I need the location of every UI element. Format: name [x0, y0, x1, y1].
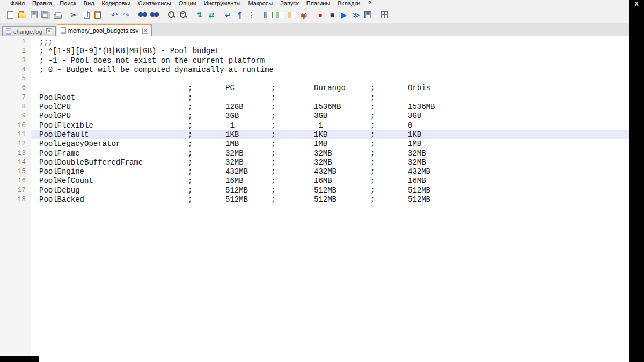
- tab-close-icon[interactable]: ×: [46, 28, 52, 34]
- line-number[interactable]: 8: [0, 102, 31, 112]
- line-number[interactable]: 5: [0, 75, 31, 84]
- value-pc: 432MB: [225, 167, 248, 176]
- menu-item-4[interactable]: Вид: [80, 0, 98, 7]
- word-wrap-icon[interactable]: ↵: [222, 9, 234, 21]
- line-number[interactable]: 10: [0, 121, 31, 130]
- editor-line-15[interactable]: PoolEngine;432MB;432MB;432MB: [39, 167, 629, 176]
- code-area[interactable]: ;;;; ^[1-9][0-9]*(B|KB|MB|GB) - Pool bud…: [39, 38, 629, 362]
- menu-item-7[interactable]: Опции: [175, 0, 200, 7]
- line-number[interactable]: 18: [0, 195, 31, 204]
- line-number[interactable]: 11: [0, 130, 31, 139]
- function-list-icon[interactable]: [274, 9, 286, 21]
- editor-line-7[interactable]: PoolRoot;;;: [39, 93, 629, 102]
- menu-item-8[interactable]: Инструменты: [200, 0, 245, 7]
- editor-line-12[interactable]: PoolLegacyOperator;1MB;1MB;1MB: [39, 139, 629, 149]
- save-all-icon[interactable]: [40, 9, 52, 21]
- menu-item-2[interactable]: Правка: [28, 0, 56, 7]
- zoom-in-glyph: +: [167, 11, 175, 19]
- window-close-button[interactable]: X: [629, 0, 644, 7]
- tab-label: change.log: [13, 28, 42, 35]
- field-separator: ;: [188, 158, 192, 167]
- editor[interactable]: 123456789101112131415161718 ;;;; ^[1-9][…: [0, 36, 629, 362]
- editor-line-8[interactable]: PoolCPU;12GB;1536MB;1536MB: [39, 102, 629, 112]
- editor-line-17[interactable]: PoolDebug;512MB;512MB;512MB: [39, 186, 629, 195]
- doc-map-icon[interactable]: [262, 9, 274, 21]
- save-file-icon[interactable]: [28, 9, 40, 21]
- tab-2[interactable]: memory_pool_budgets.csv×: [57, 24, 152, 36]
- line-number[interactable]: 6: [0, 84, 31, 93]
- macro-run-multiple-icon[interactable]: ≫: [350, 9, 362, 21]
- editor-line-14[interactable]: PoolDoubleBufferedFrame;32MB;32MB;32MB: [39, 158, 629, 167]
- tab-label: memory_pool_budgets.csv: [68, 27, 138, 34]
- macro-save-icon[interactable]: [362, 9, 374, 21]
- line-number[interactable]: 13: [0, 149, 31, 158]
- find-icon[interactable]: [137, 9, 149, 21]
- editor-line-5[interactable]: [39, 75, 629, 84]
- show-indent-guide-icon[interactable]: ⋮: [246, 9, 258, 21]
- folder-as-workspace-icon[interactable]: [286, 9, 298, 21]
- field-separator: ;: [370, 195, 375, 204]
- show-all-characters-icon[interactable]: ¶: [234, 9, 246, 21]
- value-orbis: 3GB: [408, 112, 421, 121]
- zoom-in-icon[interactable]: +: [165, 9, 177, 21]
- sync-vertical-icon[interactable]: ⇅: [194, 9, 206, 21]
- line-number[interactable]: 12: [0, 139, 31, 149]
- menu-item-6[interactable]: Синтаксисы: [135, 0, 175, 7]
- copy-icon[interactable]: [80, 9, 92, 21]
- editor-line-16[interactable]: PoolRefCount;16MB;16MB;16MB: [39, 176, 629, 186]
- menu-item-11[interactable]: Плагины: [303, 0, 334, 7]
- line-number[interactable]: 9: [0, 112, 31, 121]
- field-separator: ;: [370, 167, 375, 176]
- menu-item-13[interactable]: ?: [364, 0, 375, 7]
- screen-edge-right: X: [629, 0, 644, 362]
- tab-1[interactable]: change.log×: [2, 26, 56, 36]
- editor-line-18[interactable]: PoolBacked;512MB;512MB;512MB: [39, 195, 629, 204]
- menu-item-10[interactable]: Запуск: [276, 0, 302, 7]
- tab-close-icon[interactable]: ×: [142, 28, 148, 34]
- editor-line-10[interactable]: PoolFlexible;-1;-1;0: [39, 121, 629, 130]
- menu-item-12[interactable]: Вкладки: [334, 0, 364, 7]
- sync-horizontal-icon[interactable]: ⇄: [206, 9, 217, 21]
- line-number[interactable]: 14: [0, 158, 31, 167]
- editor-line-4[interactable]: ; 0 - Budget will be computed dynamicall…: [39, 65, 629, 75]
- line-number[interactable]: 2: [0, 47, 31, 56]
- paste-icon[interactable]: [92, 9, 104, 21]
- editor-line-1[interactable]: ;;;: [39, 38, 629, 47]
- field-separator: ;: [370, 176, 375, 186]
- editor-line-2[interactable]: ; ^[1-9][0-9]*(B|KB|MB|GB) - Pool budget: [39, 47, 629, 56]
- pool-name: PoolCPU: [39, 102, 71, 112]
- line-number[interactable]: 16: [0, 176, 31, 186]
- menu-item-1[interactable]: Файл: [6, 0, 28, 7]
- editor-line-3[interactable]: ; -1 - Pool does not exist on the curren…: [39, 56, 629, 65]
- macro-play-icon[interactable]: ▶: [338, 9, 350, 21]
- line-number[interactable]: 4: [0, 65, 31, 75]
- new-file-icon[interactable]: [4, 9, 16, 21]
- open-file-icon[interactable]: [16, 9, 28, 21]
- document-monitor-icon[interactable]: ◉: [298, 9, 310, 21]
- value-orbis: 32MB: [408, 149, 426, 158]
- macro-record-icon[interactable]: ●: [314, 9, 326, 21]
- editor-line-6[interactable]: ;PC;Durango;Orbis: [39, 84, 629, 93]
- editor-line-9[interactable]: PoolGPU;3GB;3GB;3GB: [39, 112, 629, 121]
- menu-item-3[interactable]: Поиск: [56, 0, 79, 7]
- undo-icon[interactable]: ↶: [108, 9, 120, 21]
- cut-icon[interactable]: ✂: [68, 9, 80, 21]
- document-list-icon[interactable]: [378, 9, 390, 21]
- menu-item-5[interactable]: Кодировки: [98, 0, 135, 7]
- toolbar-separator: [310, 9, 314, 21]
- line-number[interactable]: 7: [0, 93, 31, 102]
- line-number[interactable]: 3: [0, 56, 31, 65]
- macro-stop-icon[interactable]: ■: [326, 9, 338, 21]
- line-number[interactable]: 1: [0, 38, 31, 47]
- redo-icon[interactable]: ↷: [120, 9, 132, 21]
- field-separator: ;: [370, 93, 375, 102]
- editor-line-13[interactable]: PoolFrame;32MB;32MB;32MB: [39, 149, 629, 158]
- replace-icon[interactable]: [149, 9, 160, 21]
- print-icon[interactable]: [52, 9, 63, 21]
- field-separator: ;: [370, 158, 375, 167]
- menu-item-9[interactable]: Макросы: [244, 0, 276, 7]
- editor-line-11[interactable]: PoolDefault;1KB;1KB;1KB: [39, 130, 629, 139]
- line-number[interactable]: 17: [0, 186, 31, 195]
- zoom-out-icon[interactable]: −: [177, 9, 189, 21]
- line-number[interactable]: 15: [0, 167, 31, 176]
